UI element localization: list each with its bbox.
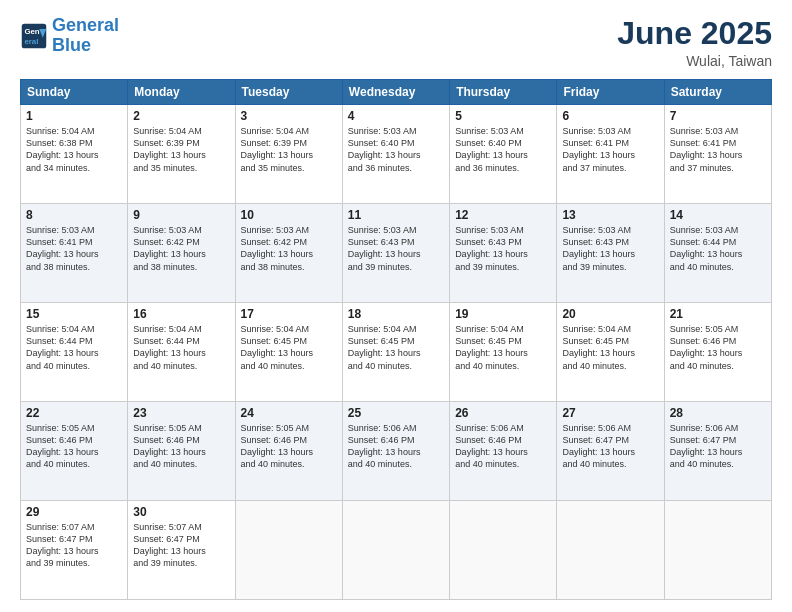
page: Gen eral General Blue June 2025 Wulai, T… (0, 0, 792, 612)
calendar-cell (664, 501, 771, 600)
day-number: 28 (670, 406, 766, 420)
day-number: 11 (348, 208, 444, 222)
cell-info: Sunrise: 5:03 AM Sunset: 6:40 PM Dayligh… (455, 125, 551, 174)
calendar-cell: 21Sunrise: 5:05 AM Sunset: 6:46 PM Dayli… (664, 303, 771, 402)
day-number: 2 (133, 109, 229, 123)
day-number: 26 (455, 406, 551, 420)
calendar-week-row: 29Sunrise: 5:07 AM Sunset: 6:47 PM Dayli… (21, 501, 772, 600)
calendar-cell: 8Sunrise: 5:03 AM Sunset: 6:41 PM Daylig… (21, 204, 128, 303)
calendar-cell: 13Sunrise: 5:03 AM Sunset: 6:43 PM Dayli… (557, 204, 664, 303)
weekday-header-wednesday: Wednesday (342, 80, 449, 105)
day-number: 3 (241, 109, 337, 123)
svg-text:eral: eral (24, 37, 38, 46)
calendar-cell: 15Sunrise: 5:04 AM Sunset: 6:44 PM Dayli… (21, 303, 128, 402)
cell-info: Sunrise: 5:03 AM Sunset: 6:42 PM Dayligh… (241, 224, 337, 273)
cell-info: Sunrise: 5:03 AM Sunset: 6:41 PM Dayligh… (670, 125, 766, 174)
calendar-cell: 22Sunrise: 5:05 AM Sunset: 6:46 PM Dayli… (21, 402, 128, 501)
day-number: 10 (241, 208, 337, 222)
calendar-cell: 9Sunrise: 5:03 AM Sunset: 6:42 PM Daylig… (128, 204, 235, 303)
cell-info: Sunrise: 5:04 AM Sunset: 6:45 PM Dayligh… (562, 323, 658, 372)
calendar-week-row: 1Sunrise: 5:04 AM Sunset: 6:38 PM Daylig… (21, 105, 772, 204)
calendar-cell: 4Sunrise: 5:03 AM Sunset: 6:40 PM Daylig… (342, 105, 449, 204)
location: Wulai, Taiwan (617, 53, 772, 69)
day-number: 24 (241, 406, 337, 420)
calendar-cell (342, 501, 449, 600)
day-number: 16 (133, 307, 229, 321)
day-number: 20 (562, 307, 658, 321)
calendar-body: 1Sunrise: 5:04 AM Sunset: 6:38 PM Daylig… (21, 105, 772, 600)
calendar-cell: 23Sunrise: 5:05 AM Sunset: 6:46 PM Dayli… (128, 402, 235, 501)
calendar-cell: 20Sunrise: 5:04 AM Sunset: 6:45 PM Dayli… (557, 303, 664, 402)
calendar-cell: 6Sunrise: 5:03 AM Sunset: 6:41 PM Daylig… (557, 105, 664, 204)
calendar-cell: 14Sunrise: 5:03 AM Sunset: 6:44 PM Dayli… (664, 204, 771, 303)
weekday-header-monday: Monday (128, 80, 235, 105)
cell-info: Sunrise: 5:05 AM Sunset: 6:46 PM Dayligh… (133, 422, 229, 471)
day-number: 25 (348, 406, 444, 420)
calendar-week-row: 8Sunrise: 5:03 AM Sunset: 6:41 PM Daylig… (21, 204, 772, 303)
day-number: 29 (26, 505, 122, 519)
day-number: 12 (455, 208, 551, 222)
header: Gen eral General Blue June 2025 Wulai, T… (20, 16, 772, 69)
day-number: 13 (562, 208, 658, 222)
calendar-cell: 30Sunrise: 5:07 AM Sunset: 6:47 PM Dayli… (128, 501, 235, 600)
calendar-cell (450, 501, 557, 600)
calendar-cell: 17Sunrise: 5:04 AM Sunset: 6:45 PM Dayli… (235, 303, 342, 402)
weekday-header-friday: Friday (557, 80, 664, 105)
day-number: 21 (670, 307, 766, 321)
calendar-cell (557, 501, 664, 600)
day-number: 27 (562, 406, 658, 420)
calendar-cell: 10Sunrise: 5:03 AM Sunset: 6:42 PM Dayli… (235, 204, 342, 303)
cell-info: Sunrise: 5:07 AM Sunset: 6:47 PM Dayligh… (26, 521, 122, 570)
cell-info: Sunrise: 5:04 AM Sunset: 6:45 PM Dayligh… (241, 323, 337, 372)
calendar-cell: 1Sunrise: 5:04 AM Sunset: 6:38 PM Daylig… (21, 105, 128, 204)
weekday-header-tuesday: Tuesday (235, 80, 342, 105)
cell-info: Sunrise: 5:05 AM Sunset: 6:46 PM Dayligh… (670, 323, 766, 372)
day-number: 1 (26, 109, 122, 123)
calendar-cell: 29Sunrise: 5:07 AM Sunset: 6:47 PM Dayli… (21, 501, 128, 600)
calendar-cell: 26Sunrise: 5:06 AM Sunset: 6:46 PM Dayli… (450, 402, 557, 501)
calendar-header-row: SundayMondayTuesdayWednesdayThursdayFrid… (21, 80, 772, 105)
calendar-cell: 25Sunrise: 5:06 AM Sunset: 6:46 PM Dayli… (342, 402, 449, 501)
calendar-cell: 5Sunrise: 5:03 AM Sunset: 6:40 PM Daylig… (450, 105, 557, 204)
day-number: 23 (133, 406, 229, 420)
cell-info: Sunrise: 5:04 AM Sunset: 6:45 PM Dayligh… (455, 323, 551, 372)
cell-info: Sunrise: 5:03 AM Sunset: 6:43 PM Dayligh… (562, 224, 658, 273)
cell-info: Sunrise: 5:07 AM Sunset: 6:47 PM Dayligh… (133, 521, 229, 570)
cell-info: Sunrise: 5:06 AM Sunset: 6:47 PM Dayligh… (670, 422, 766, 471)
weekday-header-thursday: Thursday (450, 80, 557, 105)
logo-text: General Blue (52, 16, 119, 56)
day-number: 14 (670, 208, 766, 222)
cell-info: Sunrise: 5:06 AM Sunset: 6:47 PM Dayligh… (562, 422, 658, 471)
day-number: 9 (133, 208, 229, 222)
calendar-cell: 28Sunrise: 5:06 AM Sunset: 6:47 PM Dayli… (664, 402, 771, 501)
day-number: 30 (133, 505, 229, 519)
calendar-table: SundayMondayTuesdayWednesdayThursdayFrid… (20, 79, 772, 600)
main-title: June 2025 (617, 16, 772, 51)
day-number: 7 (670, 109, 766, 123)
logo-icon: Gen eral (20, 22, 48, 50)
cell-info: Sunrise: 5:04 AM Sunset: 6:45 PM Dayligh… (348, 323, 444, 372)
calendar-cell: 2Sunrise: 5:04 AM Sunset: 6:39 PM Daylig… (128, 105, 235, 204)
cell-info: Sunrise: 5:06 AM Sunset: 6:46 PM Dayligh… (455, 422, 551, 471)
svg-text:Gen: Gen (24, 27, 39, 36)
calendar-cell: 19Sunrise: 5:04 AM Sunset: 6:45 PM Dayli… (450, 303, 557, 402)
cell-info: Sunrise: 5:04 AM Sunset: 6:39 PM Dayligh… (241, 125, 337, 174)
day-number: 15 (26, 307, 122, 321)
cell-info: Sunrise: 5:04 AM Sunset: 6:44 PM Dayligh… (133, 323, 229, 372)
cell-info: Sunrise: 5:04 AM Sunset: 6:38 PM Dayligh… (26, 125, 122, 174)
calendar-cell: 24Sunrise: 5:05 AM Sunset: 6:46 PM Dayli… (235, 402, 342, 501)
calendar-week-row: 22Sunrise: 5:05 AM Sunset: 6:46 PM Dayli… (21, 402, 772, 501)
calendar-cell: 11Sunrise: 5:03 AM Sunset: 6:43 PM Dayli… (342, 204, 449, 303)
calendar-cell: 16Sunrise: 5:04 AM Sunset: 6:44 PM Dayli… (128, 303, 235, 402)
calendar-week-row: 15Sunrise: 5:04 AM Sunset: 6:44 PM Dayli… (21, 303, 772, 402)
day-number: 6 (562, 109, 658, 123)
cell-info: Sunrise: 5:03 AM Sunset: 6:40 PM Dayligh… (348, 125, 444, 174)
day-number: 17 (241, 307, 337, 321)
cell-info: Sunrise: 5:03 AM Sunset: 6:42 PM Dayligh… (133, 224, 229, 273)
cell-info: Sunrise: 5:05 AM Sunset: 6:46 PM Dayligh… (241, 422, 337, 471)
calendar-cell: 12Sunrise: 5:03 AM Sunset: 6:43 PM Dayli… (450, 204, 557, 303)
cell-info: Sunrise: 5:04 AM Sunset: 6:39 PM Dayligh… (133, 125, 229, 174)
cell-info: Sunrise: 5:04 AM Sunset: 6:44 PM Dayligh… (26, 323, 122, 372)
title-block: June 2025 Wulai, Taiwan (617, 16, 772, 69)
calendar-cell: 3Sunrise: 5:04 AM Sunset: 6:39 PM Daylig… (235, 105, 342, 204)
